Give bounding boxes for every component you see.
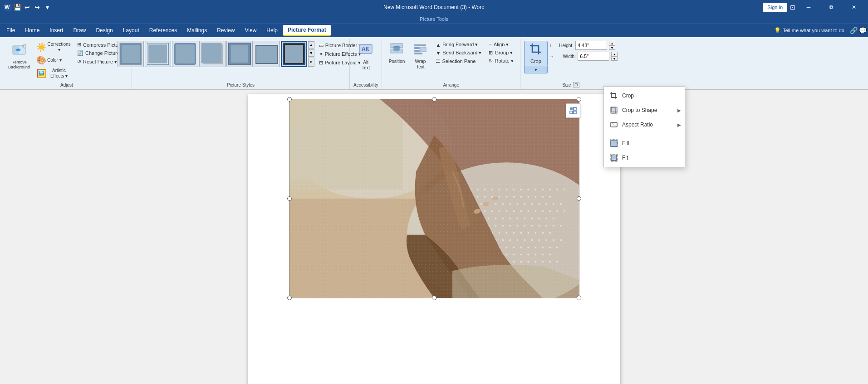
size-dialog-launcher[interactable]: ⊡ [573, 82, 579, 87]
handle-bottom-middle[interactable] [432, 296, 436, 300]
align-button[interactable]: ≡ Align ▾ [486, 41, 516, 49]
menu-design[interactable]: Design [91, 25, 117, 35]
menu-draw[interactable]: Draw [69, 25, 90, 35]
svg-rect-11 [176, 44, 195, 63]
menu-layout[interactable]: Layout [118, 25, 144, 35]
share-icon[interactable]: ⊡ [789, 4, 796, 11]
ribbon-group-picture-styles: ▲ ▼ ▾ ▭ Picture Border ▾ ✦ Pict [132, 39, 350, 89]
picture-style-1[interactable] [118, 41, 144, 67]
svg-point-48 [542, 189, 544, 190]
group-button[interactable]: ⊞ Group ▾ [486, 49, 516, 57]
layout-options-button[interactable] [566, 103, 580, 118]
artistic-effects-button[interactable]: 🖼️ Artistic Effects ▾ [34, 67, 73, 80]
menu-home[interactable]: Home [20, 25, 44, 35]
picture-style-5[interactable] [226, 41, 253, 67]
crop-menu-aspect-ratio[interactable]: Aspect Ratio ▶ [604, 117, 685, 132]
svg-rect-26 [394, 46, 399, 50]
crop-menu-fill[interactable]: Fill [604, 136, 685, 151]
picture-style-4[interactable] [199, 41, 226, 67]
gallery-scroll-up[interactable]: ▲ [308, 41, 314, 49]
svg-rect-28 [414, 47, 420, 49]
menu-insert[interactable]: Insert [45, 25, 68, 35]
ribbon: RemoveBackground ☀️ Corrections ▾ 🎨 Colo… [0, 37, 868, 90]
handle-top-middle[interactable] [432, 97, 436, 102]
svg-point-51 [564, 189, 565, 190]
handle-bottom-right[interactable] [577, 296, 581, 300]
handle-middle-left[interactable] [287, 196, 292, 201]
rotate-button[interactable]: ↻ Rotate ▾ [486, 57, 516, 65]
picture-style-7[interactable] [281, 41, 307, 67]
width-down[interactable]: ▼ [611, 56, 618, 61]
handle-top-right[interactable] [577, 97, 581, 102]
svg-point-84 [527, 210, 529, 212]
handle-middle-right[interactable] [577, 196, 581, 201]
svg-point-89 [564, 210, 565, 212]
bring-forward-button[interactable]: ▲ Bring Forward ▾ [433, 41, 484, 49]
menu-references[interactable]: References [145, 25, 181, 35]
menu-picture-format[interactable]: Picture Format [283, 25, 331, 36]
width-up[interactable]: ▲ [611, 52, 618, 56]
height-input[interactable] [575, 41, 607, 50]
selection-pane-button[interactable]: ☰ Selection Pane [433, 57, 484, 65]
height-up[interactable]: ▲ [609, 41, 615, 45]
picture-style-3[interactable] [172, 41, 198, 67]
height-down[interactable]: ▼ [609, 45, 615, 50]
svg-point-107 [531, 225, 533, 227]
save-icon[interactable]: 💾 [14, 4, 21, 11]
svg-rect-16 [256, 45, 278, 63]
crop-button[interactable]: Crop [524, 41, 548, 66]
crop-menu-crop-to-shape[interactable]: Crop to Shape ▶ [604, 103, 685, 117]
svg-rect-33 [289, 99, 425, 199]
crop-dropdown-arrow[interactable]: ▼ [524, 66, 548, 73]
remove-background-button[interactable]: RemoveBackground [5, 41, 33, 72]
restore-button[interactable]: ⧉ [821, 0, 842, 15]
send-backward-button[interactable]: ▼ Send Backward ▾ [433, 49, 484, 57]
svg-point-55 [491, 196, 493, 198]
handle-top-left[interactable] [287, 97, 292, 102]
svg-point-90 [480, 218, 482, 219]
menu-view[interactable]: View [240, 25, 261, 35]
svg-point-62 [542, 196, 544, 198]
share-menu-icon[interactable]: 🔗 [850, 27, 857, 34]
handle-bottom-left[interactable] [287, 296, 292, 300]
width-input[interactable] [578, 52, 609, 61]
menu-file[interactable]: File [2, 25, 20, 35]
alt-text-button[interactable]: Alt AltText [354, 41, 378, 73]
image-container[interactable] [289, 99, 579, 298]
gallery-more[interactable]: ▾ [308, 58, 314, 67]
gallery-scroll-down[interactable]: ▼ [308, 49, 314, 57]
position-label: Position [389, 59, 405, 64]
send-backward-icon: ▼ [436, 50, 441, 56]
menu-review[interactable]: Review [212, 25, 239, 35]
close-button[interactable]: ✕ [843, 0, 864, 15]
picture-style-2[interactable] [145, 41, 171, 67]
undo-icon[interactable]: ↩ [24, 4, 31, 11]
customize-quickaccess-icon[interactable]: ▾ [44, 4, 51, 11]
wrap-text-button[interactable]: WrapText [409, 41, 431, 72]
picture-style-6[interactable] [254, 41, 280, 67]
menu-help[interactable]: Help [262, 25, 282, 35]
crop-menu-fit[interactable]: Fit [604, 151, 685, 165]
comment-icon[interactable]: 💬 [859, 27, 866, 34]
corrections-button[interactable]: ☀️ Corrections ▾ [34, 41, 73, 53]
sign-in-button[interactable]: Sign in [763, 3, 787, 12]
svg-point-111 [560, 225, 562, 227]
crop-menu-crop[interactable]: Crop [604, 88, 685, 103]
redo-icon[interactable]: ↪ [34, 4, 41, 11]
position-button[interactable]: Position [386, 41, 407, 66]
crop-dropdown-chevron: ▼ [534, 68, 538, 72]
crop-separator [604, 134, 685, 134]
height-row: ↕ Height: ▲ ▼ [549, 41, 618, 50]
menu-mailings[interactable]: Mailings [182, 25, 211, 35]
svg-point-66 [487, 203, 489, 205]
word-logo-icon[interactable]: W [4, 4, 11, 11]
tell-me-button[interactable]: 💡 Tell me what you want to do [774, 27, 844, 34]
svg-point-70 [516, 203, 518, 205]
ribbon-group-accessibility: Alt AltText Accessibility [350, 39, 382, 89]
svg-point-113 [498, 232, 500, 234]
svg-point-101 [487, 225, 489, 227]
color-button[interactable]: 🎨 Color ▾ [34, 54, 73, 66]
svg-point-100 [553, 218, 554, 219]
minimize-button[interactable]: ─ [798, 0, 819, 15]
reset-picture-label: Reset Picture ▾ [83, 59, 117, 65]
